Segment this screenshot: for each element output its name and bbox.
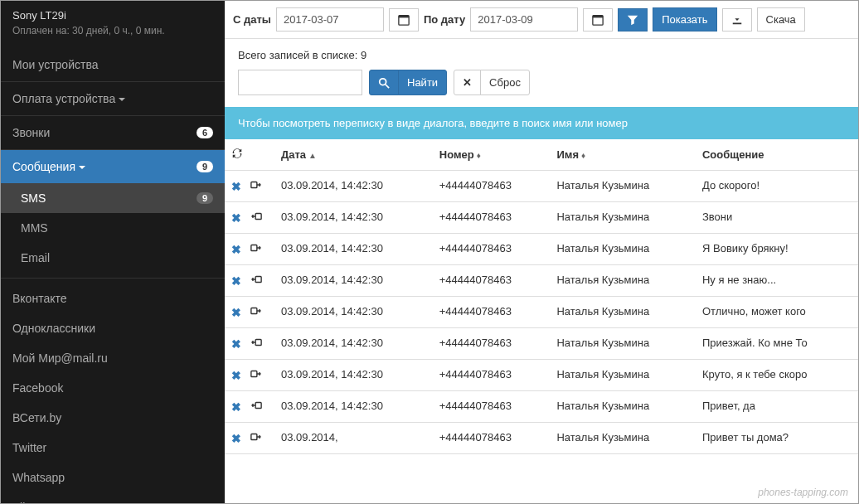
find-button-label: Найти xyxy=(407,76,438,89)
download-button-label: Скача xyxy=(766,13,796,26)
svg-point-4 xyxy=(380,78,386,85)
delete-icon[interactable]: ✖ xyxy=(231,337,241,351)
delete-icon[interactable]: ✖ xyxy=(231,180,241,193)
to-date-label: По дату xyxy=(424,13,465,26)
nav-social-item[interactable]: Мой Мир@mail.ru xyxy=(1,343,225,373)
cell-date: 03.09.2014, 14:42:30 xyxy=(274,297,433,328)
cell-date: 03.09.2014, 14:42:30 xyxy=(274,234,433,265)
cell-date: 03.09.2014, 14:42:30 xyxy=(274,265,433,297)
search-icon-button[interactable] xyxy=(369,70,399,95)
table-row: ✖03.09.2014,+44444078463Наталья Кузьмина… xyxy=(225,423,858,454)
from-date-picker[interactable] xyxy=(389,8,419,32)
cell-name: Наталья Кузьмина xyxy=(550,297,696,328)
main: С даты По дату Показать Скача Всего запи… xyxy=(225,1,858,503)
to-date-picker[interactable] xyxy=(583,8,613,32)
nav-calls[interactable]: Звонки 6 xyxy=(1,116,225,150)
cell-number: +44444078463 xyxy=(433,297,551,328)
nav-messages[interactable]: Сообщения 9 xyxy=(1,150,225,183)
outgoing-icon xyxy=(250,242,263,256)
cell-name: Наталья Кузьмина xyxy=(550,391,696,423)
cell-message: Привет, да xyxy=(696,391,858,423)
nav-social-item[interactable]: Twitter xyxy=(1,433,225,463)
cell-message: До скорого! xyxy=(696,171,858,202)
delete-icon[interactable]: ✖ xyxy=(231,306,241,319)
download-icon-button[interactable] xyxy=(722,8,752,32)
cell-number: +44444078463 xyxy=(433,423,551,454)
svg-rect-13 xyxy=(255,403,261,409)
to-date-input[interactable] xyxy=(470,7,578,32)
nav-social-item[interactable]: Вконтакте xyxy=(1,284,225,313)
nav-social-item[interactable]: ВСети.by xyxy=(1,403,225,433)
cell-message: Привет ты дома? xyxy=(696,423,858,454)
cell-name: Наталья Кузьмина xyxy=(550,234,696,265)
cell-name: Наталья Кузьмина xyxy=(550,171,696,202)
svg-rect-3 xyxy=(593,15,603,17)
table-row: ✖03.09.2014, 14:42:30+44444078463Наталья… xyxy=(225,265,858,297)
delete-icon[interactable]: ✖ xyxy=(231,369,241,382)
nav-my-devices[interactable]: Мои устройства xyxy=(1,48,225,82)
reset-button-label: Сброс xyxy=(489,76,521,89)
col-actions[interactable] xyxy=(225,139,274,171)
nav-social-item[interactable]: Whatsapp xyxy=(1,463,225,492)
nav-device-payment-label: Оплата устройства xyxy=(12,92,125,105)
reset-button[interactable]: Сброс xyxy=(480,70,530,95)
cell-name: Наталья Кузьмина xyxy=(550,202,696,234)
nav-social-item[interactable]: Одноклассники xyxy=(1,313,225,343)
nav-social-item[interactable]: Viber xyxy=(1,492,225,504)
reset-x-button[interactable]: ✕ xyxy=(454,70,481,95)
paid-status: Оплачен на: 30 дней, 0 ч., 0 мин. xyxy=(1,25,225,48)
sidebar: Sony LT29i Оплачен на: 30 дней, 0 ч., 0 … xyxy=(1,1,225,503)
nav-sms[interactable]: SMS 9 xyxy=(1,183,225,213)
list-count: Всего записей в списке: 9 xyxy=(225,39,858,66)
device-name: Sony LT29i xyxy=(1,1,225,25)
calls-badge: 6 xyxy=(197,127,213,138)
delete-icon[interactable]: ✖ xyxy=(231,243,241,256)
svg-rect-14 xyxy=(251,434,257,440)
outgoing-icon xyxy=(250,431,263,445)
nav-email-label: Email xyxy=(21,251,50,264)
incoming-icon xyxy=(250,274,263,288)
cell-date: 03.09.2014, 14:42:30 xyxy=(274,171,433,202)
from-date-label: С даты xyxy=(233,13,271,26)
nav-email[interactable]: Email xyxy=(1,243,225,273)
cell-message: Ну я не знаю... xyxy=(696,265,858,297)
nav-social-item[interactable]: Facebook xyxy=(1,373,225,403)
nav-device-payment[interactable]: Оплата устройства xyxy=(1,82,225,116)
show-button-label: Показать xyxy=(662,13,707,26)
download-button[interactable]: Скача xyxy=(757,7,805,32)
find-button[interactable]: Найти xyxy=(398,70,447,95)
svg-rect-7 xyxy=(255,214,261,220)
nav-social-label: Одноклассники xyxy=(12,322,95,335)
cell-message: Приезжай. Ко мне То xyxy=(696,328,858,360)
svg-rect-9 xyxy=(255,277,261,283)
sort-asc-icon: ▲ xyxy=(308,151,317,160)
col-number[interactable]: Номер♦ xyxy=(433,139,551,171)
incoming-icon xyxy=(250,400,263,414)
sms-badge: 9 xyxy=(197,192,213,204)
col-date[interactable]: Дата▲ xyxy=(274,139,433,171)
nav-mms[interactable]: MMS xyxy=(1,213,225,243)
close-icon: ✕ xyxy=(463,76,472,89)
from-date-input[interactable] xyxy=(276,7,384,32)
outgoing-icon xyxy=(250,305,263,319)
search-input[interactable] xyxy=(238,70,362,95)
date-toolbar: С даты По дату Показать Скача xyxy=(225,1,858,39)
cell-date: 03.09.2014, 14:42:30 xyxy=(274,391,433,423)
delete-icon[interactable]: ✖ xyxy=(231,211,241,225)
svg-rect-10 xyxy=(251,308,257,314)
filter-button[interactable] xyxy=(618,8,648,32)
sort-icon: ♦ xyxy=(477,151,481,160)
delete-icon[interactable]: ✖ xyxy=(231,400,241,414)
delete-icon[interactable]: ✖ xyxy=(231,274,241,288)
nav-mms-label: MMS xyxy=(21,221,48,235)
cell-date: 03.09.2014, xyxy=(274,423,433,454)
cell-number: +44444078463 xyxy=(433,202,551,234)
show-button[interactable]: Показать xyxy=(653,7,716,32)
incoming-icon xyxy=(250,337,263,351)
delete-icon[interactable]: ✖ xyxy=(231,432,241,445)
nav-social-label: Twitter xyxy=(12,441,46,454)
filter-icon xyxy=(627,14,638,26)
col-name[interactable]: Имя♦ xyxy=(550,139,696,171)
table-row: ✖03.09.2014, 14:42:30+44444078463Наталья… xyxy=(225,391,858,423)
caret-down-icon xyxy=(79,166,85,169)
